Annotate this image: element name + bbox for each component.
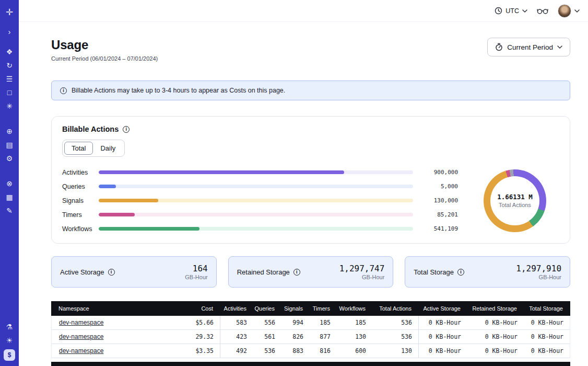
sidebar-bottom-group: ⚗ ☀ $ (3, 320, 16, 361)
bar-fill (99, 227, 199, 231)
task-queues-icon[interactable]: ☰ (3, 73, 16, 85)
table-cell-cost: 29.32 (162, 330, 220, 344)
page-header: Usage Current Period (06/01/2024 – 07/01… (51, 38, 570, 62)
workflows-icon[interactable]: ❖ (3, 45, 16, 58)
theme-toggle-icon[interactable]: ☀ (3, 334, 16, 347)
table-cell-queries: 561 (253, 330, 281, 344)
stat-value: 1,297,747 (339, 264, 385, 273)
billable-actions-title-row: Billable Actions i (62, 125, 559, 133)
schedules-icon[interactable]: ↻ (3, 59, 16, 72)
billable-actions-title: Billable Actions (62, 125, 119, 133)
page-subtitle: Current Period (06/01/2024 – 07/01/2024) (51, 55, 158, 62)
table-cell-signals: 883 (281, 344, 310, 358)
stat-label-text: Total Storage (414, 268, 454, 276)
collapse-sidebar-icon[interactable]: › (3, 25, 16, 38)
clock-icon (495, 7, 502, 15)
table-cell-total-actions: 130 (372, 344, 418, 358)
namespace-link[interactable]: dev-namespace (59, 333, 103, 340)
support-icon[interactable]: ⊗ (3, 177, 16, 190)
table-cell-active-storage: 0 KB-Hour (418, 330, 467, 344)
table-header-cell: Total Storage (523, 301, 569, 316)
content: Usage Current Period (06/01/2024 – 07/01… (19, 22, 588, 366)
table-header-cell: Timers (309, 301, 336, 316)
table-header-row: NamespaceCostActivitiesQueriesSignalsTim… (51, 301, 570, 316)
table-cell-timers: 185 (310, 316, 337, 329)
main-area: UTC Usage Current Period (06/01/2024 – 0… (19, 0, 588, 366)
namespace-link[interactable]: dev-namespace (59, 347, 103, 354)
bar-value: 900,000 (421, 169, 458, 176)
stat-value: 1,297,910 (516, 264, 561, 273)
bar-value: 85,201 (421, 211, 458, 218)
timezone-selector[interactable]: UTC (495, 7, 527, 15)
table-header-cell: Activities (219, 301, 253, 316)
info-icon[interactable]: i (293, 269, 300, 276)
docs-icon[interactable]: ▦ (3, 191, 16, 203)
table-cell-activities: 492 (220, 344, 253, 358)
settings-gear-icon[interactable]: ⚙ (3, 152, 16, 165)
active-storage-card: Active Storage i 164 GB-Hour (51, 256, 217, 288)
table-cell-namespace: dev-namespace (52, 344, 162, 358)
bar-label: Queries (62, 183, 97, 190)
namespace-link[interactable]: dev-namespace (59, 319, 103, 326)
stat-value-block: 164 GB-Hour (185, 264, 207, 280)
user-menu[interactable] (558, 4, 580, 18)
table-cell-cost: $5.66 (162, 316, 220, 329)
bar-label: Timers (62, 211, 97, 219)
glasses-icon[interactable] (537, 7, 548, 15)
table-cell-timers: 816 (310, 344, 337, 358)
table-cell-total-actions: 536 (372, 330, 418, 344)
stat-value-block: 1,297,747 GB-Hour (339, 264, 385, 280)
table-cell-namespace: dev-namespace (52, 316, 162, 329)
table-cell-signals: 994 (281, 316, 310, 329)
info-icon[interactable]: i (108, 269, 115, 276)
stat-value: 164 (185, 264, 207, 273)
sidebar: ✛ › ❖ ↻ ☰ □ ✳ ⊕ ▤ ⚙ ⊗ ▦ ✎ ⚗ ☀ $ (0, 0, 19, 366)
bar-track (99, 213, 413, 216)
total-actions-donut: 1.66131 M Total Actions (484, 169, 546, 232)
stat-label-text: Active Storage (60, 268, 104, 276)
table-cell-signals: 826 (281, 330, 310, 344)
table-header-cell: Namespace (51, 301, 162, 316)
table-cell-active-storage: 0 KB-Hour (418, 316, 467, 329)
total-actions-value: 1.66131 M (497, 193, 533, 201)
bar-value: 5,000 (421, 183, 458, 190)
chevron-down-icon (557, 45, 562, 49)
stat-label: Active Storage i (60, 268, 115, 276)
bar-row: Signals130,000 (62, 196, 458, 205)
table-cell-active-storage: 0 KB-Hour (418, 344, 467, 358)
info-icon[interactable]: i (123, 126, 130, 133)
billable-bars: Activities900,000Queries5,000Signals130,… (62, 167, 458, 234)
storage-cards: Active Storage i 164 GB-Hour Retained St… (51, 256, 570, 288)
bar-value: 130,000 (421, 197, 458, 204)
stat-label: Retained Storage i (237, 268, 300, 276)
billable-chart-area: Activities900,000Queries5,000Signals130,… (62, 167, 559, 234)
chevron-down-icon (574, 9, 580, 13)
table-header-cell: Total Actions (372, 301, 418, 316)
bar-track (99, 170, 413, 174)
billable-actions-card: Billable Actions i Total Daily Activitie… (51, 116, 570, 244)
table-cell-total-actions: 536 (372, 316, 418, 329)
usage-billing-icon[interactable]: ▤ (3, 139, 16, 151)
period-selector-button[interactable]: Current Period (487, 38, 570, 56)
info-icon[interactable]: i (457, 269, 464, 276)
tab-total[interactable]: Total (64, 142, 93, 155)
deployments-icon[interactable]: □ (3, 86, 16, 99)
retained-storage-card: Retained Storage i 1,297,747 GB-Hour (228, 256, 394, 288)
table-body: dev-namespace$5.665835569941851855360 KB… (51, 316, 570, 358)
info-banner-text: Billable Actions may take up to 3-4 hour… (72, 87, 285, 94)
labs-flask-icon[interactable]: ⚗ (3, 321, 16, 333)
tab-daily[interactable]: Daily (93, 142, 123, 155)
stat-label: Total Storage i (414, 268, 464, 276)
status-badge-icon[interactable]: $ (4, 349, 15, 361)
feedback-icon[interactable]: ✎ (3, 204, 16, 217)
nexus-icon[interactable]: ✳ (3, 100, 16, 112)
table-header-cell: Retained Storage (467, 301, 523, 316)
cloud-icon[interactable]: ⊕ (3, 125, 16, 138)
stat-unit: GB-Hour (516, 274, 561, 280)
table-header-cell: Active Storage (418, 301, 467, 316)
bar-label: Workflows (62, 225, 97, 233)
temporal-logo-icon[interactable]: ✛ (3, 6, 16, 18)
stat-unit: GB-Hour (339, 274, 385, 280)
table-cell-retained-storage: 0 KB-Hour (467, 316, 524, 329)
stat-label-text: Retained Storage (237, 268, 290, 276)
